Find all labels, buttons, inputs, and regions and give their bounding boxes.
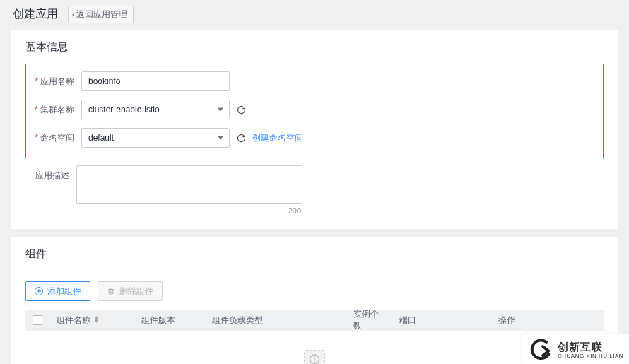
page-header: 创建应用 ‹ 返回应用管理 bbox=[11, 0, 618, 30]
cluster-name-label: *集群名称 bbox=[30, 100, 74, 116]
refresh-icon bbox=[236, 105, 247, 115]
caret-down-icon bbox=[218, 108, 223, 112]
add-component-label: 添加组件 bbox=[47, 286, 81, 298]
select-all-checkbox[interactable] bbox=[33, 315, 42, 325]
caret-down-icon bbox=[218, 136, 223, 140]
col-component-version: 组件版本 bbox=[134, 315, 205, 327]
refresh-icon bbox=[236, 133, 247, 143]
col-instance-count: 实例个数 bbox=[346, 308, 392, 332]
col-port: 端口 bbox=[392, 315, 491, 327]
namespace-select-value: default bbox=[88, 133, 114, 143]
basic-info-panel: 基本信息 *应用名称 *集群名称 cluster-enable-istio bbox=[11, 30, 618, 229]
description-textarea[interactable] bbox=[76, 165, 302, 204]
app-name-label: *应用名称 bbox=[30, 71, 74, 88]
back-to-apps-button[interactable]: ‹ 返回应用管理 bbox=[68, 6, 134, 23]
empty-icon bbox=[299, 348, 330, 364]
back-label: 返回应用管理 bbox=[76, 8, 127, 20]
delete-component-button[interactable]: 删除组件 bbox=[98, 281, 163, 301]
brand-watermark: 创新互联 CHUANG XIN HU LIAN bbox=[522, 334, 629, 364]
create-namespace-link[interactable]: 创建命名空间 bbox=[252, 132, 303, 144]
app-name-input[interactable] bbox=[81, 71, 230, 91]
empty-state: 暂无数据 bbox=[25, 331, 604, 364]
required-fields-highlight: *应用名称 *集群名称 cluster-enable-istio bbox=[25, 64, 604, 158]
svg-point-3 bbox=[314, 361, 315, 363]
brand-logo-icon bbox=[529, 339, 552, 361]
page-title: 创建应用 bbox=[13, 7, 58, 22]
col-workload-type: 组件负载类型 bbox=[205, 315, 346, 327]
refresh-cluster-button[interactable] bbox=[235, 104, 247, 115]
add-component-button[interactable]: 添加组件 bbox=[25, 281, 90, 301]
components-table-header: 组件名称 ▲▼ 组件版本 组件负载类型 实例个数 端口 操作 bbox=[25, 310, 604, 331]
components-title: 组件 bbox=[25, 247, 604, 261]
brand-name-en: CHUANG XIN HU LIAN bbox=[558, 353, 623, 359]
col-operation: 操作 bbox=[491, 315, 604, 327]
cluster-select-value: cluster-enable-istio bbox=[88, 105, 160, 115]
trash-icon bbox=[107, 287, 115, 295]
delete-component-label: 删除组件 bbox=[119, 286, 153, 298]
refresh-namespace-button[interactable] bbox=[235, 132, 247, 143]
char-limit-label: 200 bbox=[288, 206, 301, 215]
sort-icon: ▲▼ bbox=[93, 316, 100, 323]
namespace-select[interactable]: default bbox=[81, 128, 230, 148]
namespace-label: *命名空间 bbox=[30, 128, 74, 144]
brand-name-cn: 创新互联 bbox=[558, 341, 623, 353]
plus-circle-icon bbox=[35, 287, 43, 295]
col-component-name[interactable]: 组件名称 ▲▼ bbox=[49, 315, 134, 327]
basic-info-title: 基本信息 bbox=[25, 40, 604, 54]
cluster-select[interactable]: cluster-enable-istio bbox=[81, 100, 230, 119]
description-label: 应用描述 bbox=[25, 165, 69, 182]
chevron-left-icon: ‹ bbox=[72, 11, 75, 18]
